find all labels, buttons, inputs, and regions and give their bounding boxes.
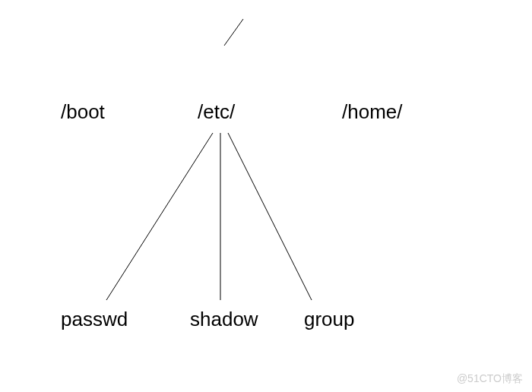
node-etc: /etc/ bbox=[198, 100, 235, 124]
watermark: @51CTO博客 bbox=[457, 372, 523, 386]
node-shadow: shadow bbox=[190, 308, 258, 331]
root-slash-line bbox=[224, 19, 243, 46]
node-home: /home/ bbox=[342, 100, 403, 124]
node-group: group bbox=[304, 308, 355, 331]
edge-etc-group bbox=[228, 133, 312, 300]
edge-etc-passwd bbox=[106, 133, 213, 300]
node-passwd: passwd bbox=[61, 308, 128, 331]
node-boot: /boot bbox=[61, 100, 105, 124]
